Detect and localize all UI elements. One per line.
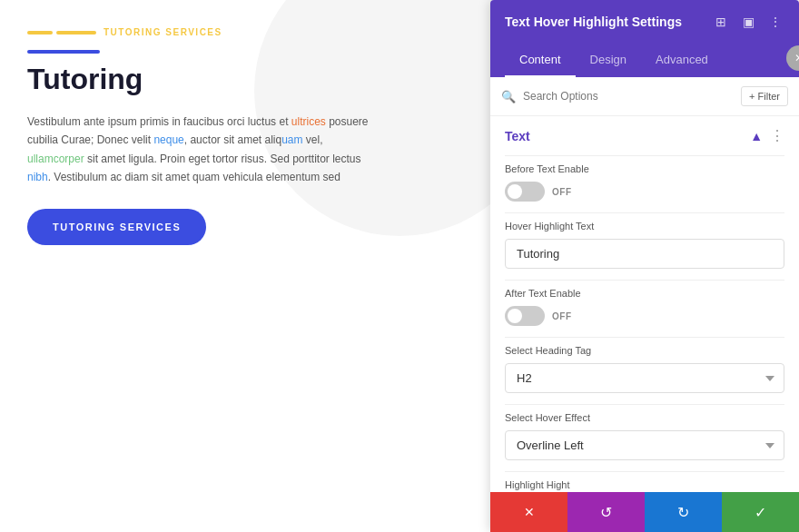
hover-highlight-text-group: Hover Highlight Text [490,213,799,280]
hover-highlight-text-input[interactable] [505,239,784,269]
expand-icon[interactable]: ⊞ [712,13,730,31]
panel-tabs: Content Design Advanced [490,44,799,77]
settings-panel: ✕ Text Hover Highlight Settings ⊞ ▣ ⋮ Co… [490,0,799,532]
search-input[interactable] [523,90,734,103]
breadcrumb: Tutoring Services [27,27,463,37]
select-hover-effect-group: Select Hover Effect Overline Left Overli… [490,405,799,471]
close-button[interactable]: ✕ [490,492,567,532]
after-text-enable-group: After Text Enable OFF [490,281,799,337]
more-icon[interactable]: ⋮ [766,13,784,31]
bottom-toolbar: ✕ ↺ ↻ ✓ [490,492,799,532]
heading-underline [27,50,100,54]
close-icon: ✕ [524,505,535,519]
cta-button[interactable]: TUTORING SERVICES [27,209,206,245]
tab-design[interactable]: Design [576,44,641,77]
section-more-icon[interactable]: ⋮ [770,127,784,144]
search-icon: 🔍 [501,90,516,103]
select-heading-tag-label: Select Heading Tag [505,345,784,356]
confirm-button[interactable]: ✓ [722,492,799,532]
highlight-height-label: Highlight Hight [505,479,784,490]
check-icon: ✓ [755,504,766,521]
section-icons: ▲ ⋮ [750,127,784,144]
select-heading-tag-dropdown[interactable]: H2 H1 H3 H4 [505,363,784,393]
header-icons: ⊞ ▣ ⋮ [712,13,784,31]
text-section-header[interactable]: Text ▲ ⋮ [490,116,799,155]
body-paragraph: Vestibulum ante ipsum primis in faucibus… [27,113,372,187]
highlight-height-group: Highlight Hight [490,472,799,492]
filter-button[interactable]: + Filter [741,86,788,106]
toggle-knob [508,184,522,199]
before-text-toggle-container: OFF [505,182,784,202]
panel-body: Text ▲ ⋮ Before Text Enable OFF Hover Hi… [490,116,799,492]
after-text-enable-label: After Text Enable [505,288,784,299]
after-toggle-knob [508,309,522,323]
after-text-toggle-container: OFF [505,306,784,326]
after-text-toggle-label: OFF [552,311,572,321]
page-preview: Tutoring Services Tutoring Vestibulum an… [0,0,490,532]
layout-icon[interactable]: ▣ [739,13,757,31]
panel-title: Text Hover Highlight Settings [505,15,682,29]
after-text-toggle[interactable] [505,306,545,326]
undo-button[interactable]: ↺ [567,492,645,532]
breadcrumb-dashes [27,31,96,34]
redo-icon: ↻ [677,504,689,521]
redo-button[interactable]: ↻ [645,492,722,532]
collapse-icon[interactable]: ▲ [750,129,763,143]
before-text-enable-group: Before Text Enable OFF [490,156,799,212]
search-bar: 🔍 + Filter [490,77,799,116]
panel-header: Text Hover Highlight Settings ⊞ ▣ ⋮ [490,0,799,44]
breadcrumb-label: Tutoring Services [104,27,222,37]
select-heading-tag-group: Select Heading Tag H2 H1 H3 H4 [490,338,799,404]
page-heading: Tutoring [27,63,463,96]
tab-content[interactable]: Content [505,44,576,77]
tab-advanced[interactable]: Advanced [641,44,723,77]
text-section-title: Text [505,129,530,143]
undo-icon: ↺ [600,504,612,521]
before-text-enable-label: Before Text Enable [505,163,784,174]
before-text-toggle[interactable] [505,182,545,202]
select-hover-effect-dropdown[interactable]: Overline Left Overline Right Underline L… [505,430,784,460]
before-text-toggle-label: OFF [552,187,572,197]
select-hover-effect-label: Select Hover Effect [505,412,784,423]
hover-highlight-text-label: Hover Highlight Text [505,221,784,232]
